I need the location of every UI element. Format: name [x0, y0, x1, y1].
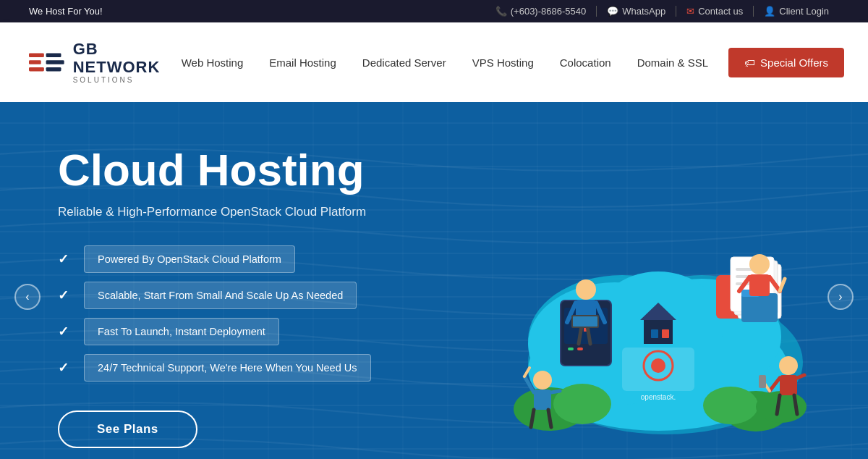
nav-web-hosting[interactable]: Web Hosting: [169, 56, 257, 69]
carousel-right-arrow[interactable]: ›: [827, 284, 854, 310]
check-icon-4: ✓: [58, 360, 74, 376]
phone-number: (+603)-8686-5540: [511, 6, 586, 17]
feature-item-4: ✓ 24/7 Technical Support, We're Here Whe…: [58, 354, 477, 382]
svg-rect-40: [573, 316, 597, 327]
nav-links: Web Hosting Email Hosting Dedicated Serv…: [169, 48, 844, 77]
feature-pill-1: Powered By OpenStack Cloud Platform: [84, 245, 295, 273]
nav-email-hosting[interactable]: Email Hosting: [256, 56, 349, 69]
svg-point-21: [651, 358, 665, 373]
special-offers-label: Special Offers: [760, 56, 828, 69]
tag-icon: 🏷: [744, 56, 755, 69]
login-link[interactable]: 👤 Client Login: [754, 6, 839, 17]
login-label: Client Login: [779, 6, 829, 17]
navbar: GB NETWORK SOLUTIONS Web Hosting Email H…: [0, 22, 868, 102]
phone-icon: 📞: [495, 6, 507, 17]
phone-link[interactable]: 📞 (+603)-8686-5540: [485, 6, 597, 17]
hero-title: Cloud Hosting: [58, 146, 477, 195]
nav-vps-hosting[interactable]: VPS Hosting: [459, 56, 547, 69]
feature-item-1: ✓ Powered By OpenStack Cloud Platform: [58, 245, 477, 273]
contact-label: Contact us: [698, 6, 743, 17]
svg-rect-52: [749, 274, 770, 296]
svg-point-33: [576, 279, 596, 300]
svg-rect-1: [29, 60, 41, 64]
whatsapp-icon: 💬: [607, 6, 618, 17]
tagline: We Host For You!: [29, 6, 103, 17]
svg-rect-57: [780, 375, 797, 395]
whatsapp-link[interactable]: 💬 WhatsApp: [597, 6, 676, 17]
svg-point-15: [553, 384, 611, 424]
hero-illustration: openstack.: [477, 152, 825, 442]
svg-rect-0: [29, 53, 44, 57]
nav-colocation[interactable]: Colocation: [547, 56, 624, 69]
special-offers-button[interactable]: 🏷 Special Offers: [728, 48, 844, 77]
svg-text:openstack.: openstack.: [641, 393, 676, 401]
top-bar: We Host For You! 📞 (+603)-8686-5540 💬 Wh…: [0, 0, 868, 22]
brand-name: GB NETWORK: [73, 41, 169, 75]
feature-item-3: ✓ Fast To Launch, Instant Deployment: [58, 318, 477, 345]
cloud-illustration: openstack.: [477, 152, 825, 442]
feature-pill-4: 24/7 Technical Support, We're Here When …: [84, 354, 371, 382]
feature-list: ✓ Powered By OpenStack Cloud Platform ✓ …: [58, 245, 477, 382]
svg-rect-4: [46, 60, 64, 64]
logo-icon: [29, 46, 64, 78]
brand-sub: SOLUTIONS: [73, 76, 169, 84]
svg-rect-29: [568, 348, 574, 350]
svg-rect-60: [759, 375, 766, 388]
svg-rect-25: [651, 329, 658, 338]
svg-rect-5: [46, 67, 61, 72]
svg-point-51: [749, 254, 770, 274]
check-icon-2: ✓: [58, 287, 74, 303]
svg-line-68: [551, 391, 560, 392]
logo[interactable]: GB NETWORK SOLUTIONS: [29, 41, 169, 83]
svg-point-56: [779, 356, 798, 375]
top-bar-links: 📞 (+603)-8686-5540 💬 WhatsApp ✉ Contact …: [485, 6, 839, 17]
mail-icon: ✉: [686, 6, 694, 17]
svg-rect-65: [534, 389, 551, 410]
svg-rect-49: [741, 293, 778, 322]
nav-dedicated-server[interactable]: Dedicated Server: [349, 56, 459, 69]
carousel-left-arrow[interactable]: ‹: [14, 284, 41, 310]
contact-link[interactable]: ✉ Contact us: [676, 6, 754, 17]
hero-subtitle: Reliable & High-Performance OpenStack Cl…: [58, 205, 477, 219]
check-icon-3: ✓: [58, 324, 74, 340]
see-plans-button[interactable]: See Plans: [58, 410, 197, 448]
svg-rect-26: [662, 329, 669, 338]
svg-rect-3: [46, 53, 61, 57]
svg-rect-30: [577, 348, 583, 350]
feature-pill-2: Scalable, Start From Small And Scale Up …: [84, 282, 357, 309]
user-icon: 👤: [764, 6, 775, 17]
check-icon-1: ✓: [58, 251, 74, 267]
svg-point-17: [703, 387, 758, 424]
feature-item-2: ✓ Scalable, Start From Small And Scale U…: [58, 282, 477, 309]
feature-pill-3: Fast To Launch, Instant Deployment: [84, 318, 279, 345]
svg-rect-2: [29, 67, 44, 72]
hero-section: ‹ Cloud Hosting Reliable & High-Performa…: [0, 102, 868, 459]
hero-content: Cloud Hosting Reliable & High-Performanc…: [58, 146, 477, 448]
logo-text: GB NETWORK SOLUTIONS: [73, 41, 169, 83]
nav-domain-ssl[interactable]: Domain & SSL: [624, 56, 721, 69]
whatsapp-label: WhatsApp: [622, 6, 665, 17]
svg-point-64: [533, 371, 552, 389]
